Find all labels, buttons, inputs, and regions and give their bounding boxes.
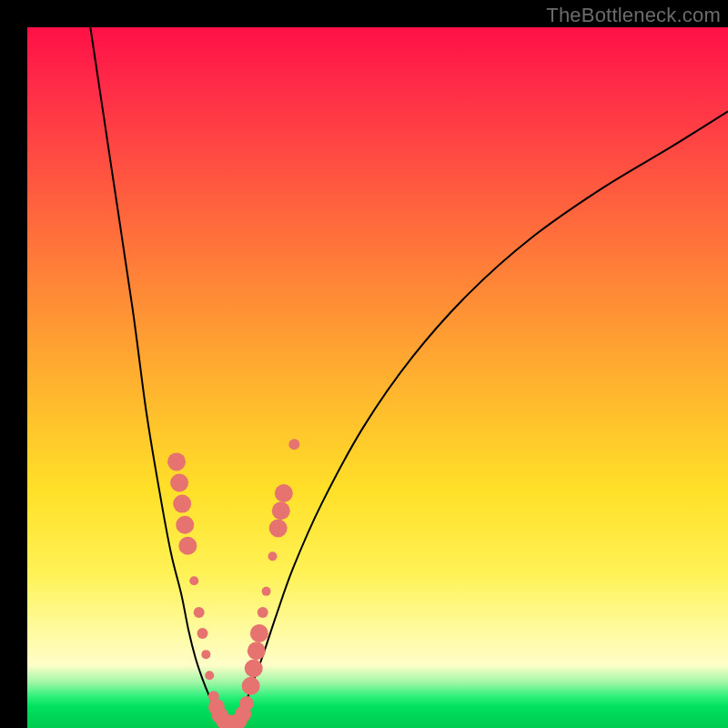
data-point — [242, 677, 260, 695]
data-point — [245, 660, 263, 678]
data-point — [269, 520, 288, 538]
data-point — [262, 587, 271, 596]
watermark-text: TheBottleneck.com — [546, 4, 721, 27]
data-point — [258, 607, 268, 618]
data-point — [248, 642, 266, 660]
data-point — [197, 628, 208, 639]
data-point — [178, 537, 197, 555]
dot-layer — [167, 439, 299, 728]
data-point — [288, 439, 299, 450]
chart-frame: TheBottleneck.com — [0, 0, 728, 728]
data-point — [173, 495, 191, 513]
data-point — [167, 452, 186, 470]
data-point — [275, 484, 293, 502]
right-branch-path — [239, 111, 728, 721]
data-point — [194, 607, 205, 618]
data-point — [176, 516, 194, 534]
left-branch-path — [90, 27, 222, 721]
data-point — [170, 473, 188, 491]
v-curve — [90, 27, 728, 721]
data-point — [239, 696, 254, 711]
data-point — [250, 624, 268, 642]
curve-layer — [27, 27, 728, 728]
data-point — [272, 501, 290, 520]
data-point — [201, 650, 210, 659]
data-point — [268, 551, 278, 561]
data-point — [189, 576, 198, 585]
data-point — [205, 671, 214, 680]
plot-area — [27, 27, 728, 728]
